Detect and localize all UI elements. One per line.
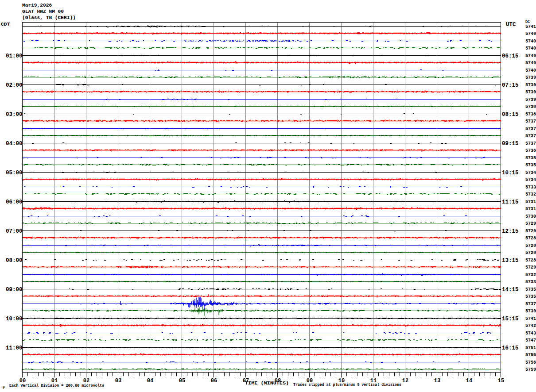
svg-text:5729: 5729	[525, 265, 536, 270]
svg-text:5728: 5728	[525, 258, 536, 263]
svg-text:5741: 5741	[525, 24, 536, 29]
svg-text:DC: DC	[525, 20, 530, 24]
svg-text:13:15: 13:15	[502, 257, 519, 264]
svg-text:GLAT HNZ NM 00: GLAT HNZ NM 00	[22, 9, 64, 14]
svg-text:5729: 5729	[525, 229, 536, 234]
svg-text:5740: 5740	[525, 39, 536, 44]
svg-text:5739: 5739	[525, 90, 536, 95]
svg-text:5740: 5740	[525, 61, 536, 65]
svg-text:5737: 5737	[525, 302, 536, 307]
svg-text:5741: 5741	[525, 316, 536, 321]
svg-text:04:00: 04:00	[6, 141, 23, 147]
svg-text:01:00: 01:00	[6, 53, 23, 59]
svg-text:5728: 5728	[525, 243, 536, 248]
svg-text:09:00: 09:00	[6, 287, 23, 293]
svg-text:5740: 5740	[525, 31, 536, 36]
svg-text:12:15: 12:15	[502, 228, 519, 234]
svg-text:5731: 5731	[525, 200, 536, 204]
svg-text:15:15: 15:15	[502, 316, 519, 322]
svg-text:.µ: .µ	[1, 385, 4, 389]
svg-text:11:00: 11:00	[6, 345, 23, 351]
svg-text:02:00: 02:00	[6, 82, 23, 88]
svg-text:5737: 5737	[525, 119, 536, 124]
svg-text:01: 01	[51, 378, 58, 384]
svg-text:CDT: CDT	[1, 22, 10, 27]
svg-text:13: 13	[434, 378, 440, 384]
svg-text:5738: 5738	[525, 112, 536, 117]
svg-text:06: 06	[211, 378, 217, 384]
svg-text:5739: 5739	[525, 83, 536, 88]
svg-text:5735: 5735	[525, 294, 536, 299]
svg-text:05: 05	[179, 378, 185, 384]
svg-text:5735: 5735	[525, 156, 536, 161]
svg-text:5740: 5740	[525, 68, 536, 73]
svg-text:08:15: 08:15	[502, 111, 519, 118]
svg-text:5743: 5743	[525, 331, 536, 336]
svg-text:07:00: 07:00	[6, 228, 23, 234]
svg-text:5737: 5737	[525, 141, 536, 146]
svg-text:5740: 5740	[525, 54, 536, 58]
svg-text:5733: 5733	[525, 280, 536, 284]
svg-text:5756: 5756	[525, 360, 536, 365]
svg-text:Mar19,2026: Mar19,2026	[22, 3, 52, 8]
svg-text:03:00: 03:00	[6, 111, 23, 118]
svg-text:TIME (MINUTES): TIME (MINUTES)	[245, 380, 289, 386]
svg-text:11:15: 11:15	[502, 199, 519, 205]
svg-text:5734: 5734	[525, 170, 536, 175]
svg-text:10:00: 10:00	[6, 316, 23, 322]
svg-text:06:15: 06:15	[502, 53, 519, 59]
svg-text:5755: 5755	[525, 353, 536, 357]
svg-text:5739: 5739	[525, 309, 536, 314]
svg-text:12: 12	[402, 378, 408, 384]
svg-text:Traces clipped at plus/minus 5: Traces clipped at plus/minus 5 vertical …	[293, 383, 401, 387]
svg-text:05:00: 05:00	[6, 170, 23, 176]
svg-text:Each Vertical Division = 200.: Each Vertical Division = 200.00 microvol…	[9, 384, 104, 388]
svg-text:14: 14	[466, 378, 472, 384]
svg-text:5737: 5737	[525, 134, 536, 138]
svg-text:5738: 5738	[525, 104, 536, 109]
svg-text:5751: 5751	[525, 346, 536, 350]
svg-text:5734: 5734	[525, 177, 536, 182]
svg-text:5740: 5740	[525, 46, 536, 51]
svg-text:07:15: 07:15	[502, 82, 519, 88]
svg-text:14:15: 14:15	[502, 287, 519, 293]
svg-text:09:15: 09:15	[502, 141, 519, 147]
svg-text:5735: 5735	[525, 287, 536, 292]
svg-text:10:15: 10:15	[502, 170, 519, 176]
svg-text:02: 02	[83, 378, 89, 384]
svg-text:03: 03	[115, 378, 121, 384]
svg-text:5728: 5728	[525, 236, 536, 241]
svg-text:15: 15	[498, 378, 504, 384]
svg-text:5732: 5732	[525, 192, 536, 197]
svg-text:00: 00	[19, 378, 26, 384]
svg-text:5739: 5739	[525, 97, 536, 102]
svg-text:06:00: 06:00	[6, 199, 23, 205]
svg-text:5742: 5742	[525, 323, 536, 328]
svg-text:5733: 5733	[525, 185, 536, 190]
svg-text:UTC: UTC	[506, 22, 516, 28]
svg-text:5747: 5747	[525, 338, 536, 343]
svg-text:5736: 5736	[525, 148, 536, 153]
svg-text:04: 04	[147, 378, 153, 384]
svg-text:08:00: 08:00	[6, 257, 23, 264]
svg-text:5729: 5729	[525, 221, 536, 226]
svg-text:5728: 5728	[525, 250, 536, 255]
svg-text:5759: 5759	[525, 367, 536, 372]
svg-text:5730: 5730	[525, 214, 536, 219]
svg-text:5739: 5739	[525, 75, 536, 80]
svg-text:5735: 5735	[525, 163, 536, 168]
svg-text:5731: 5731	[525, 207, 536, 211]
svg-text:5732: 5732	[525, 273, 536, 277]
svg-text:(Glass, TN (CERI)): (Glass, TN (CERI))	[22, 15, 76, 20]
svg-text:5737: 5737	[525, 127, 536, 131]
svg-text:16:15: 16:15	[502, 345, 519, 351]
